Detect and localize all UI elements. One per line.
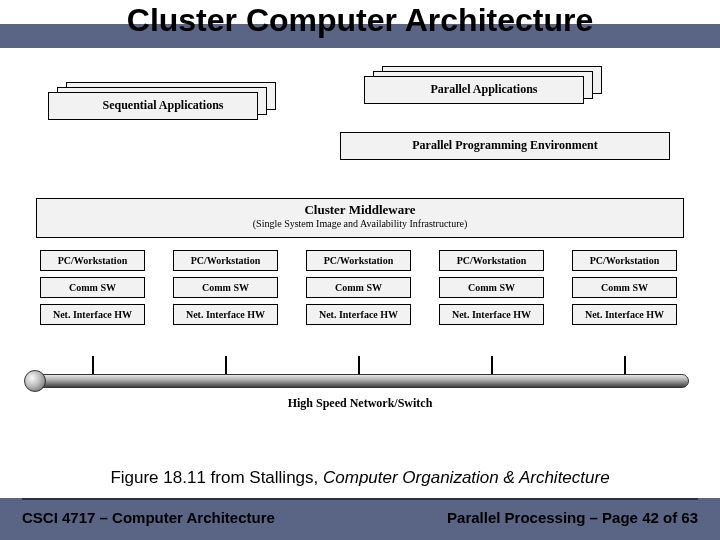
net-interface-hw-box: Net. Interface HW [173, 304, 278, 325]
comm-sw-box: Comm SW [173, 277, 278, 298]
slide-title: Cluster Computer Architecture [0, 2, 720, 39]
parallel-applications-label: Parallel Applications [364, 82, 604, 97]
node-connector [225, 356, 227, 374]
pc-workstation-box: PC/Workstation [439, 250, 544, 271]
net-interface-hw-box: Net. Interface HW [439, 304, 544, 325]
parallel-applications-stack: Parallel Applications [364, 76, 604, 118]
pc-workstation-box: PC/Workstation [572, 250, 677, 271]
node-connector [92, 356, 94, 374]
pc-workstation-box: PC/Workstation [306, 250, 411, 271]
network-switch-endcap [24, 370, 46, 392]
net-interface-hw-box: Net. Interface HW [306, 304, 411, 325]
node-connector [624, 356, 626, 374]
figure-caption: Figure 18.11 from Stallings, Computer Or… [0, 468, 720, 488]
sequential-applications-stack: Sequential Applications [48, 92, 278, 134]
footer-course-info: CSCI 4717 – Computer Architecture [22, 509, 275, 526]
parallel-programming-env-label: Parallel Programming Environment [340, 138, 670, 153]
pc-workstation-box: PC/Workstation [173, 250, 278, 271]
cluster-node-2: PC/Workstation Comm SW Net. Interface HW [173, 250, 278, 331]
cluster-middleware-box: Cluster Middleware (Single System Image … [36, 198, 684, 238]
node-connector [358, 356, 360, 374]
middleware-subtitle: (Single System Image and Availability In… [37, 218, 683, 229]
footer-rule [22, 498, 698, 500]
cluster-node-4: PC/Workstation Comm SW Net. Interface HW [439, 250, 544, 331]
caption-booktitle: Computer Organization & Architecture [323, 468, 610, 487]
net-interface-hw-box: Net. Interface HW [40, 304, 145, 325]
cluster-node-1: PC/Workstation Comm SW Net. Interface HW [40, 250, 145, 331]
cluster-node-3: PC/Workstation Comm SW Net. Interface HW [306, 250, 411, 331]
pc-workstation-box: PC/Workstation [40, 250, 145, 271]
comm-sw-box: Comm SW [306, 277, 411, 298]
sequential-applications-label: Sequential Applications [48, 98, 278, 113]
network-switch-bar [31, 374, 689, 388]
middleware-title: Cluster Middleware [37, 202, 683, 218]
architecture-diagram: Sequential Applications Parallel Applica… [36, 70, 684, 440]
comm-sw-box: Comm SW [439, 277, 544, 298]
parallel-programming-env-box: Parallel Programming Environment [340, 132, 670, 160]
node-connector [491, 356, 493, 374]
net-interface-hw-box: Net. Interface HW [572, 304, 677, 325]
comm-sw-box: Comm SW [572, 277, 677, 298]
comm-sw-box: Comm SW [40, 277, 145, 298]
cluster-node-5: PC/Workstation Comm SW Net. Interface HW [572, 250, 677, 331]
caption-prefix: Figure 18.11 from Stallings, [110, 468, 323, 487]
network-switch-label: High Speed Network/Switch [36, 396, 684, 411]
footer-page-info: Parallel Processing – Page 42 of 63 [447, 509, 698, 526]
